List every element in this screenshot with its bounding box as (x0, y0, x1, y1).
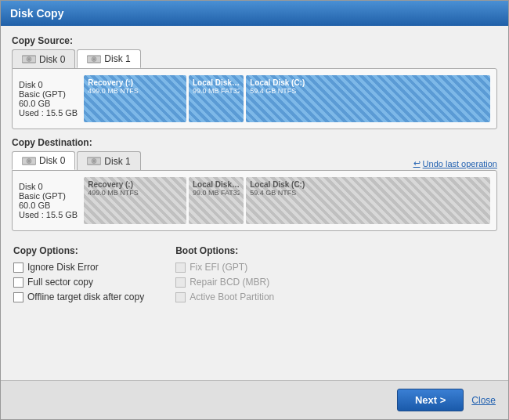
source-partition-recovery: Recovery (:) 499.0 MB NTFS (84, 75, 186, 122)
disk-icon (22, 156, 36, 166)
full-sector-copy-checkbox[interactable]: Full sector copy (13, 277, 144, 288)
offline-target-box (13, 292, 23, 302)
offline-target-checkbox[interactable]: Offline target disk after copy (13, 291, 144, 302)
disk-icon (22, 54, 36, 64)
repair-bcd-box (175, 277, 186, 288)
source-tab-disk1-label: Disk 1 (104, 53, 130, 64)
fix-efi-checkbox: Fix EFI (GPT) (175, 262, 274, 273)
dest-tab-disk1[interactable]: Disk 1 (77, 151, 140, 170)
dest-disk-info: Disk 0 Basic (GPT) 60.0 GB Used : 15.5 G… (19, 177, 82, 224)
repair-bcd-checkbox: Repair BCD (MBR) (175, 277, 274, 288)
source-disk-type: Basic (GPT) (19, 89, 78, 99)
dest-partition-local1-detail: 99.0 MB FAT32 (193, 189, 240, 197)
copy-source-section: Copy Source: Disk 0 Disk (12, 35, 497, 129)
dest-tab-disk1-label: Disk 1 (104, 156, 130, 167)
dest-partition-container: Recovery (:) 499.0 MB NTFS Local Disk (:… (84, 177, 490, 224)
full-sector-copy-label: Full sector copy (27, 277, 93, 288)
source-partition-local1-name: Local Disk (:) (193, 78, 240, 87)
svg-point-5 (93, 58, 95, 60)
undo-icon: ↩ (413, 158, 421, 168)
ignore-disk-error-box (13, 262, 23, 273)
dest-partition-c: Local Disk (C:) 59.4 GB NTFS (246, 177, 490, 224)
dest-top-row: Disk 0 Disk 1 ↩ Undo last operation (12, 151, 497, 170)
source-disk-panel: Disk 0 Basic (GPT) 60.0 GB Used : 15.5 G… (12, 68, 497, 129)
undo-link-text: Undo last operation (423, 159, 497, 168)
copy-options-label: Copy Options: (13, 245, 144, 256)
dest-disk-name: Disk 0 (19, 182, 78, 191)
dialog-body: Copy Source: Disk 0 Disk (1, 26, 508, 380)
source-partition-local1: Local Disk (:) 99.0 MB FAT32 (189, 75, 244, 122)
dest-partition-c-name: Local Disk (C:) (250, 180, 486, 189)
offline-target-label: Offline target disk after copy (27, 291, 144, 302)
dest-partition-recovery-name: Recovery (:) (88, 180, 182, 189)
svg-point-2 (28, 59, 30, 60)
full-sector-copy-box (13, 277, 23, 288)
dest-partition-local1: Local Disk (:) 99.0 MB FAT32 (189, 177, 244, 224)
next-button[interactable]: Next > (397, 389, 464, 411)
copy-dest-label: Copy Destination: (12, 137, 497, 148)
disk-icon (87, 54, 101, 64)
source-disk-name: Disk 0 (19, 80, 78, 89)
undo-last-operation-link[interactable]: ↩ Undo last operation (413, 158, 497, 170)
boot-options-label: Boot Options: (175, 245, 274, 256)
ignore-disk-error-checkbox[interactable]: Ignore Disk Error (13, 262, 144, 273)
active-boot-checkbox: Active Boot Partition (175, 291, 274, 302)
dest-partition-recovery: Recovery (:) 499.0 MB NTFS (84, 177, 186, 224)
source-tab-disk0[interactable]: Disk 0 (12, 49, 75, 68)
source-partition-container: Recovery (:) 499.0 MB NTFS Local Disk (:… (84, 75, 490, 122)
dest-disk-size: 60.0 GB (19, 201, 78, 210)
ignore-disk-error-label: Ignore Disk Error (27, 262, 99, 273)
copy-source-label: Copy Source: (12, 35, 497, 46)
fix-efi-box (175, 262, 186, 273)
source-disk-size: 60.0 GB (19, 99, 78, 108)
dest-partition-local1-name: Local Disk (:) (193, 180, 240, 189)
source-partition-recovery-name: Recovery (:) (88, 78, 182, 87)
source-disk-info: Disk 0 Basic (GPT) 60.0 GB Used : 15.5 G… (19, 75, 82, 122)
source-tab-disk0-label: Disk 0 (39, 54, 65, 65)
svg-point-11 (93, 161, 95, 162)
copy-dest-section: Copy Destination: Disk 0 (12, 137, 497, 231)
close-button[interactable]: Close (471, 395, 496, 406)
dest-partition-c-detail: 59.4 GB NTFS (250, 189, 486, 197)
dialog-footer: Next > Close (1, 380, 508, 419)
source-disk-used: Used : 15.5 GB (19, 108, 78, 118)
source-tabs-row: Disk 0 Disk 1 (12, 49, 497, 68)
source-partition-local1-detail: 99.0 MB FAT32 (193, 87, 240, 95)
fix-efi-label: Fix EFI (GPT) (190, 262, 247, 273)
dest-partition-recovery-detail: 499.0 MB NTFS (88, 189, 182, 197)
source-partition-c-name: Local Disk (C:) (250, 78, 486, 87)
dest-disk-type: Basic (GPT) (19, 191, 78, 201)
options-row: Copy Options: Ignore Disk Error Full sec… (12, 239, 497, 306)
dest-disk-panel: Disk 0 Basic (GPT) 60.0 GB Used : 15.5 G… (12, 170, 497, 231)
svg-point-8 (28, 160, 30, 161)
source-partition-c-detail: 59.4 GB NTFS (250, 87, 486, 95)
boot-options-col: Boot Options: Fix EFI (GPT) Repair BCD (… (175, 245, 274, 302)
source-tab-disk1[interactable]: Disk 1 (77, 49, 140, 68)
source-disk-visual: Disk 0 Basic (GPT) 60.0 GB Used : 15.5 G… (19, 75, 490, 122)
disk-icon (87, 156, 101, 166)
source-partition-recovery-detail: 499.0 MB NTFS (88, 87, 182, 95)
active-boot-box (175, 292, 186, 302)
disk-copy-dialog: Disk Copy Copy Source: Disk 0 (0, 0, 509, 420)
active-boot-label: Active Boot Partition (190, 291, 274, 302)
dest-tab-disk0-label: Disk 0 (39, 155, 65, 166)
dest-disk-visual: Disk 0 Basic (GPT) 60.0 GB Used : 15.5 G… (19, 177, 490, 224)
dest-tabs-row: Disk 0 Disk 1 (12, 151, 143, 170)
repair-bcd-label: Repair BCD (MBR) (190, 277, 269, 288)
dialog-title: Disk Copy (1, 1, 508, 26)
dest-tab-disk0[interactable]: Disk 0 (12, 151, 75, 170)
copy-options-col: Copy Options: Ignore Disk Error Full sec… (13, 245, 144, 302)
source-partition-c: Local Disk (C:) 59.4 GB NTFS (246, 75, 490, 122)
dest-disk-used: Used : 15.5 GB (19, 210, 78, 219)
